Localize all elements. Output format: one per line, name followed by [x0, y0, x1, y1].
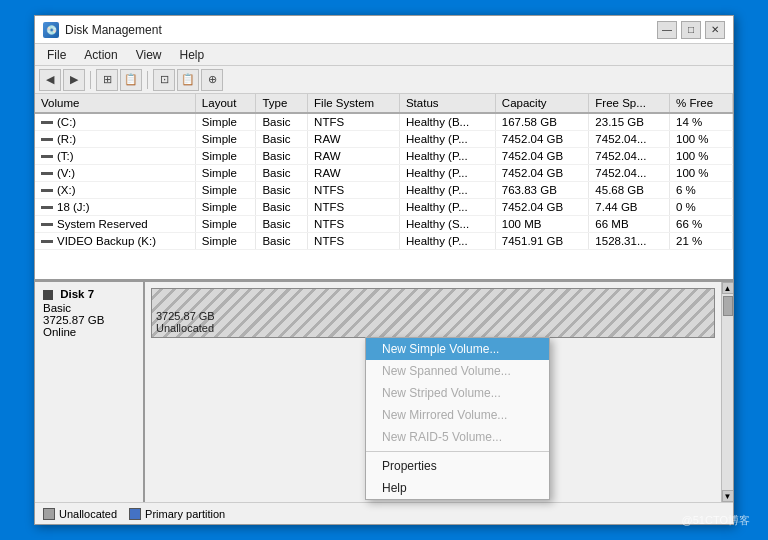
- cell-layout: Simple: [195, 216, 256, 233]
- col-filesystem[interactable]: File System: [308, 94, 400, 113]
- cell-status: Healthy (P...: [399, 199, 495, 216]
- close-button[interactable]: ✕: [705, 21, 725, 39]
- toolbar-btn-5[interactable]: ⊕: [201, 69, 223, 91]
- cell-volume: (X:): [35, 182, 195, 199]
- toolbar-btn-1[interactable]: ⊞: [96, 69, 118, 91]
- toolbar: ◀ ▶ ⊞ 📋 ⊡ 📋 ⊕: [35, 66, 733, 94]
- cell-status: Healthy (P...: [399, 182, 495, 199]
- disk-number: Disk 7: [43, 288, 135, 300]
- context-menu: New Simple Volume... New Spanned Volume.…: [365, 337, 550, 500]
- disk-status: Online: [43, 326, 135, 338]
- col-type[interactable]: Type: [256, 94, 308, 113]
- ctx-new-simple[interactable]: New Simple Volume...: [366, 338, 549, 360]
- cell-capacity: 7452.04 GB: [495, 199, 589, 216]
- volume-table-panel[interactable]: Volume Layout Type File System Status Ca…: [35, 94, 733, 282]
- main-content: Volume Layout Type File System Status Ca…: [35, 94, 733, 524]
- cell-volume: System Reserved: [35, 216, 195, 233]
- unalloc-label: Unallocated: [59, 508, 117, 520]
- toolbar-btn-2[interactable]: 📋: [120, 69, 142, 91]
- menu-view[interactable]: View: [128, 46, 170, 64]
- ctx-properties[interactable]: Properties: [366, 455, 549, 477]
- cell-capacity: 763.83 GB: [495, 182, 589, 199]
- cell-status: Healthy (B...: [399, 113, 495, 131]
- disk-management-window: 💿 Disk Management — □ ✕ File Action View…: [34, 15, 734, 525]
- minimize-button[interactable]: —: [657, 21, 677, 39]
- cell-pct: 100 %: [669, 165, 732, 182]
- cell-free: 23.15 GB: [589, 113, 670, 131]
- legend-unallocated: Unallocated: [43, 508, 117, 520]
- cell-capacity: 100 MB: [495, 216, 589, 233]
- table-row[interactable]: 18 (J:) Simple Basic NTFS Healthy (P... …: [35, 199, 733, 216]
- cell-type: Basic: [256, 199, 308, 216]
- table-row[interactable]: (T:) Simple Basic RAW Healthy (P... 7452…: [35, 148, 733, 165]
- cell-pct: 100 %: [669, 131, 732, 148]
- menu-help[interactable]: Help: [172, 46, 213, 64]
- scrollbar[interactable]: ▲ ▼: [721, 282, 733, 502]
- cell-volume: 18 (J:): [35, 199, 195, 216]
- disk-bar[interactable]: 3725.87 GB Unallocated: [151, 288, 715, 338]
- table-row[interactable]: (X:) Simple Basic NTFS Healthy (P... 763…: [35, 182, 733, 199]
- table-header-row: Volume Layout Type File System Status Ca…: [35, 94, 733, 113]
- forward-button[interactable]: ▶: [63, 69, 85, 91]
- toolbar-separator-2: [147, 71, 148, 89]
- col-free[interactable]: Free Sp...: [589, 94, 670, 113]
- col-volume[interactable]: Volume: [35, 94, 195, 113]
- cell-fs: NTFS: [308, 113, 400, 131]
- maximize-button[interactable]: □: [681, 21, 701, 39]
- back-button[interactable]: ◀: [39, 69, 61, 91]
- window-controls: — □ ✕: [657, 21, 725, 39]
- cell-status: Healthy (S...: [399, 216, 495, 233]
- col-capacity[interactable]: Capacity: [495, 94, 589, 113]
- cell-fs: NTFS: [308, 233, 400, 250]
- col-layout[interactable]: Layout: [195, 94, 256, 113]
- unallocated-bar[interactable]: 3725.87 GB Unallocated: [152, 289, 714, 337]
- col-status[interactable]: Status: [399, 94, 495, 113]
- cell-capacity: 7452.04 GB: [495, 165, 589, 182]
- table-row[interactable]: (R:) Simple Basic RAW Healthy (P... 7452…: [35, 131, 733, 148]
- menu-file[interactable]: File: [39, 46, 74, 64]
- cell-capacity: 7451.91 GB: [495, 233, 589, 250]
- col-pct[interactable]: % Free: [669, 94, 732, 113]
- menu-action[interactable]: Action: [76, 46, 125, 64]
- scroll-thumb[interactable]: [723, 296, 733, 316]
- cell-volume: (V:): [35, 165, 195, 182]
- cell-free: 7452.04...: [589, 131, 670, 148]
- cell-type: Basic: [256, 216, 308, 233]
- cell-capacity: 167.58 GB: [495, 113, 589, 131]
- cell-layout: Simple: [195, 131, 256, 148]
- disk-label: Disk 7 Basic 3725.87 GB Online: [35, 282, 145, 502]
- volume-table: Volume Layout Type File System Status Ca…: [35, 94, 733, 250]
- cell-free: 66 MB: [589, 216, 670, 233]
- cell-layout: Simple: [195, 233, 256, 250]
- window-title: Disk Management: [65, 23, 162, 37]
- table-row[interactable]: (V:) Simple Basic RAW Healthy (P... 7452…: [35, 165, 733, 182]
- cell-fs: NTFS: [308, 182, 400, 199]
- cell-fs: NTFS: [308, 199, 400, 216]
- cell-type: Basic: [256, 165, 308, 182]
- disk-type: Basic: [43, 302, 135, 314]
- cell-fs: RAW: [308, 165, 400, 182]
- cell-pct: 66 %: [669, 216, 732, 233]
- scroll-down[interactable]: ▼: [722, 490, 734, 502]
- toolbar-btn-3[interactable]: ⊡: [153, 69, 175, 91]
- cell-volume: VIDEO Backup (K:): [35, 233, 195, 250]
- cell-free: 7452.04...: [589, 165, 670, 182]
- table-row[interactable]: System Reserved Simple Basic NTFS Health…: [35, 216, 733, 233]
- cell-type: Basic: [256, 233, 308, 250]
- cell-type: Basic: [256, 182, 308, 199]
- app-icon: 💿: [43, 22, 59, 38]
- table-row[interactable]: VIDEO Backup (K:) Simple Basic NTFS Heal…: [35, 233, 733, 250]
- table-row[interactable]: (C:) Simple Basic NTFS Healthy (B... 167…: [35, 113, 733, 131]
- cell-type: Basic: [256, 148, 308, 165]
- cell-status: Healthy (P...: [399, 233, 495, 250]
- cell-free: 7.44 GB: [589, 199, 670, 216]
- cell-free: 1528.31...: [589, 233, 670, 250]
- cell-fs: NTFS: [308, 216, 400, 233]
- toolbar-btn-4[interactable]: 📋: [177, 69, 199, 91]
- scroll-up[interactable]: ▲: [722, 282, 734, 294]
- cell-status: Healthy (P...: [399, 165, 495, 182]
- cell-pct: 21 %: [669, 233, 732, 250]
- ctx-help[interactable]: Help: [366, 477, 549, 499]
- cell-layout: Simple: [195, 148, 256, 165]
- cell-pct: 0 %: [669, 199, 732, 216]
